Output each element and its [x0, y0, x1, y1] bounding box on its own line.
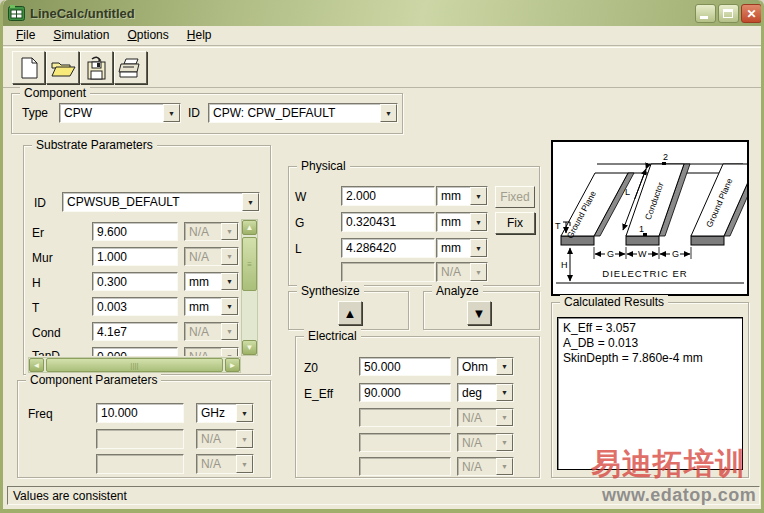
- calculated-results-group: Calculated Results K_Eff = 3.057 A_DB = …: [551, 302, 749, 478]
- unit-value[interactable]: mm: [185, 298, 221, 315]
- er-input[interactable]: [92, 222, 178, 241]
- physical-caption: Physical: [297, 159, 350, 173]
- type-value[interactable]: CPW: [60, 104, 163, 122]
- tand-input[interactable]: [92, 347, 178, 356]
- mur-input[interactable]: [92, 247, 178, 266]
- l-input[interactable]: [341, 238, 435, 258]
- print-button[interactable]: [114, 51, 147, 84]
- menu-simulation[interactable]: Simulation: [44, 26, 118, 45]
- param-label: TanD: [32, 349, 60, 356]
- chevron-down-icon[interactable]: ▼: [236, 404, 253, 422]
- open-button[interactable]: [46, 51, 79, 84]
- chevron-down-icon: ▼: [496, 458, 513, 475]
- unit-value: N/A: [458, 458, 496, 475]
- z0-input[interactable]: [359, 357, 451, 376]
- result-line: A_DB = 0.013: [563, 336, 737, 351]
- vscroll-thumb[interactable]: ≡: [242, 237, 257, 291]
- substrate-id-value[interactable]: CPWSUB_DEFAULT: [63, 193, 242, 211]
- chevron-down-icon[interactable]: ▼: [470, 213, 487, 231]
- chevron-down-icon[interactable]: ▼: [163, 104, 180, 122]
- fix-button[interactable]: Fix: [495, 212, 535, 234]
- param2-input: [96, 429, 184, 449]
- analyze-caption: Analyze: [432, 284, 483, 298]
- type-label: Type: [22, 106, 48, 120]
- chevron-down-icon[interactable]: ▼: [496, 384, 513, 401]
- synthesize-caption: Synthesize: [297, 284, 364, 298]
- scroll-up-icon[interactable]: ▲: [242, 220, 257, 235]
- chevron-down-icon[interactable]: ▼: [470, 239, 487, 257]
- freq-unit-combobox[interactable]: GHz▼: [196, 403, 254, 423]
- unit-value[interactable]: mm: [185, 273, 221, 290]
- freq-input[interactable]: [96, 403, 184, 423]
- substrate-hscrollbar[interactable]: ◄ |||| ►: [28, 357, 241, 373]
- unit-value[interactable]: mm: [437, 187, 470, 205]
- substrate-caption: Substrate Parameters: [32, 138, 157, 152]
- scroll-right-icon[interactable]: ►: [225, 358, 240, 372]
- g-unit-combobox[interactable]: mm▼: [436, 212, 488, 232]
- unit-value[interactable]: Ohm: [458, 358, 496, 375]
- new-button[interactable]: [12, 51, 45, 84]
- w-dim-label: W: [638, 249, 647, 259]
- menu-bar: File Simulation Options Help: [3, 26, 761, 46]
- down-arrow-icon: ▼: [473, 306, 486, 321]
- unit-value[interactable]: GHz: [197, 404, 236, 422]
- w-unit-combobox[interactable]: mm▼: [436, 186, 488, 206]
- unit-value[interactable]: mm: [437, 213, 470, 231]
- chevron-down-icon: ▼: [236, 430, 253, 448]
- chevron-down-icon[interactable]: ▼: [242, 193, 259, 211]
- id-label: ID: [188, 106, 200, 120]
- chevron-down-icon[interactable]: ▼: [470, 187, 487, 205]
- hscroll-thumb[interactable]: ||||: [46, 358, 223, 372]
- component-id-combobox[interactable]: CPW: CPW_DEFAULT ▼: [208, 103, 398, 123]
- eeff-label: E_Eff: [304, 387, 333, 401]
- scroll-left-icon[interactable]: ◄: [29, 358, 44, 372]
- unit-value: N/A: [185, 348, 221, 356]
- minimize-button[interactable]: [695, 4, 716, 23]
- chevron-down-icon: ▼: [221, 223, 238, 240]
- menu-file[interactable]: File: [7, 26, 44, 45]
- maximize-icon: [723, 9, 733, 18]
- h-input[interactable]: [92, 272, 178, 291]
- w-input[interactable]: [341, 186, 435, 206]
- electrical-group: Electrical Z0 Ohm▼ E_Eff deg▼ N/A▼ N/A▼ …: [295, 336, 540, 478]
- chevron-down-icon[interactable]: ▼: [496, 358, 513, 375]
- z0-unit-combobox[interactable]: Ohm▼: [457, 357, 514, 376]
- synthesize-button[interactable]: ▲: [338, 301, 362, 325]
- phys4-unit-combobox: N/A▼: [436, 262, 488, 282]
- chevron-down-icon[interactable]: ▼: [380, 104, 397, 122]
- type-combobox[interactable]: CPW ▼: [59, 103, 181, 123]
- save-button[interactable]: [80, 51, 113, 84]
- chevron-down-icon[interactable]: ▼: [221, 273, 238, 290]
- scroll-down-icon[interactable]: ▼: [242, 340, 257, 355]
- menu-help[interactable]: Help: [178, 26, 221, 45]
- unit-value[interactable]: deg: [458, 384, 496, 401]
- eeff-input[interactable]: [359, 383, 451, 402]
- chevron-down-icon[interactable]: ▼: [221, 298, 238, 315]
- unit-value: N/A: [437, 263, 470, 281]
- maximize-button[interactable]: [718, 4, 739, 23]
- title-bar[interactable]: LineCalc/untitled ✕: [3, 0, 764, 26]
- l-label: L: [295, 242, 302, 256]
- eeff-unit-combobox[interactable]: deg▼: [457, 383, 514, 402]
- g-input[interactable]: [341, 212, 435, 232]
- component-id-value[interactable]: CPW: CPW_DEFAULT: [209, 104, 380, 122]
- substrate-id-combobox[interactable]: CPWSUB_DEFAULT ▼: [62, 192, 260, 212]
- t-unit-combobox[interactable]: mm▼: [184, 297, 239, 316]
- open-folder-icon: [50, 57, 76, 79]
- cpw-diagram: Ground Plane Conductor Ground Plane 2 1 …: [551, 140, 749, 296]
- w-label: W: [295, 190, 306, 204]
- t-input[interactable]: [92, 297, 178, 316]
- tand-unit-combobox: N/A▼: [184, 347, 239, 356]
- component-group: Component Type CPW ▼ ID CPW: CPW_DEFAULT…: [11, 93, 403, 134]
- h-unit-combobox[interactable]: mm▼: [184, 272, 239, 291]
- unit-value[interactable]: mm: [437, 239, 470, 257]
- menu-options[interactable]: Options: [118, 26, 177, 45]
- param3-unit-combobox: N/A▼: [196, 454, 254, 474]
- close-button[interactable]: ✕: [741, 4, 762, 23]
- fixed-button: Fixed: [495, 186, 535, 208]
- dielectric-label: DIELECTRIC ER: [602, 268, 687, 279]
- l-unit-combobox[interactable]: mm▼: [436, 238, 488, 258]
- analyze-button[interactable]: ▼: [467, 301, 491, 325]
- substrate-vscrollbar[interactable]: ▲ ≡ ▼: [241, 219, 258, 356]
- cond-input[interactable]: [92, 322, 178, 341]
